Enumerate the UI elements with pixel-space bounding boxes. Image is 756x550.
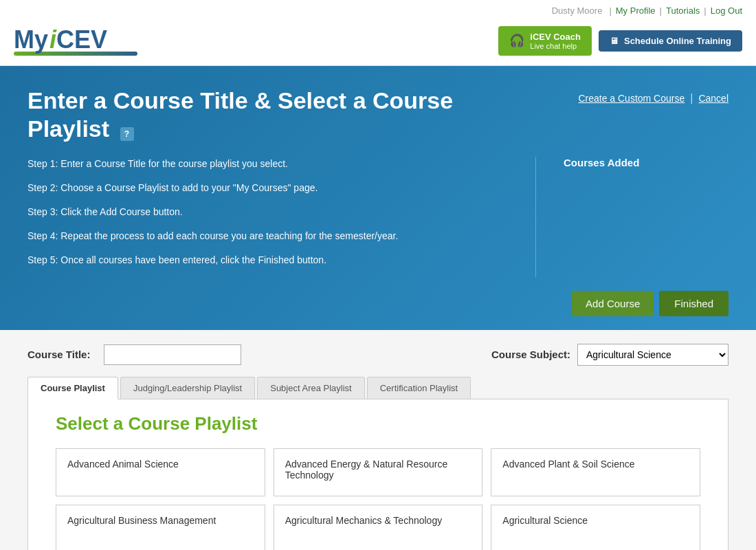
tabs: Course Playlist Judging/Leadership Playl… — [27, 377, 729, 399]
logo: My i CEV — [14, 25, 137, 56]
banner-actions: Add Course Finished — [27, 291, 729, 316]
cancel-link[interactable]: Cancel — [698, 93, 729, 104]
tutorials-link[interactable]: Tutorials — [666, 6, 700, 16]
course-title-input[interactable] — [104, 344, 241, 365]
step4: Step 4: Repeat the process to add each c… — [27, 229, 508, 243]
banner-header: Enter a Course Title & Select a Course P… — [27, 87, 729, 143]
header-top-nav: Dusty Moore | My Profile | Tutorials | L… — [14, 0, 742, 19]
playlist-area: Select a Course Playlist Advanced Animal… — [27, 399, 729, 550]
courses-added-title: Courses Added — [564, 157, 729, 168]
playlist-section-title: Select a Course Playlist — [56, 413, 700, 434]
tab-judging-leadership[interactable]: Judging/Leadership Playlist — [120, 377, 255, 399]
help-icon[interactable]: ? — [120, 127, 134, 141]
logo-cev: CEV — [56, 25, 107, 54]
schedule-training-button[interactable]: 🖥 Schedule Online Training — [599, 30, 742, 52]
separator2: | — [660, 6, 662, 16]
step1: Step 1: Enter a Course Title for the cou… — [27, 157, 508, 171]
logout-link[interactable]: Log Out — [711, 6, 742, 16]
separator3: | — [704, 6, 706, 16]
finished-button[interactable]: Finished — [659, 291, 729, 316]
logo-my: My — [14, 25, 48, 54]
step5: Step 5: Once all courses have been enter… — [27, 253, 508, 267]
banner: Enter a Course Title & Select a Course P… — [0, 66, 756, 330]
course-subject-label: Course Subject: — [491, 349, 570, 360]
banner-divider — [535, 157, 536, 277]
form-row: Course Title: Course Subject: Agricultur… — [27, 344, 729, 366]
course-subject-select[interactable]: Agricultural Science Business Career Dev… — [577, 344, 729, 366]
list-item[interactable]: Advanced Plant & Soil Science — [491, 448, 700, 496]
list-item[interactable]: Agricultural Business Management — [56, 505, 265, 550]
banner-courses: Courses Added — [564, 157, 729, 277]
schedule-label: Schedule Online Training — [624, 36, 731, 46]
add-course-button[interactable]: Add Course — [572, 291, 654, 316]
list-item[interactable]: Agricultural Science — [491, 505, 700, 550]
course-grid: Advanced Animal Science Advanced Energy … — [56, 448, 700, 550]
my-profile-link[interactable]: My Profile — [616, 6, 656, 16]
banner-links: Create a Custom Course | Cancel — [578, 92, 729, 104]
step3: Step 3: Click the Add Course button. — [27, 205, 508, 219]
banner-steps: Step 1: Enter a Course Title for the cou… — [27, 157, 508, 277]
list-item[interactable]: Agricultural Mechanics & Technology — [274, 505, 483, 550]
header: Dusty Moore | My Profile | Tutorials | L… — [0, 0, 756, 66]
form-subject: Course Subject: Agricultural Science Bus… — [491, 344, 729, 366]
course-title-label: Course Title: — [27, 349, 90, 360]
create-custom-course-link[interactable]: Create a Custom Course — [578, 93, 685, 104]
tab-subject-area[interactable]: Subject Area Playlist — [257, 377, 365, 399]
tab-certification[interactable]: Certification Playlist — [367, 377, 471, 399]
logo-i: i — [49, 25, 56, 54]
step2: Step 2: Choose a Course Playlist to add … — [27, 181, 508, 195]
form-area: Course Title: Course Subject: Agricultur… — [0, 330, 756, 550]
coach-button-title: iCEV Coach — [530, 32, 581, 42]
user-name: Dusty Moore — [552, 6, 603, 16]
schedule-icon: 🖥 — [610, 36, 619, 46]
list-item[interactable]: Advanced Animal Science — [56, 448, 265, 496]
banner-title: Enter a Course Title & Select a Course P… — [27, 87, 509, 143]
list-item[interactable]: Advanced Energy & Natural Resource Techn… — [274, 448, 483, 496]
separator1: | — [609, 6, 611, 16]
header-buttons: 🎧 iCEV Coach Live chat help 🖥 Schedule O… — [498, 26, 742, 56]
header-main: My i CEV 🎧 iCEV Coach Live chat help 🖥 S… — [14, 19, 742, 65]
tab-course-playlist[interactable]: Course Playlist — [27, 377, 118, 399]
banner-content: Step 1: Enter a Course Title for the cou… — [27, 157, 729, 277]
link-separator: | — [690, 92, 693, 104]
coach-button-sub: Live chat help — [530, 42, 581, 50]
coach-icon: 🎧 — [509, 33, 524, 48]
icev-coach-button[interactable]: 🎧 iCEV Coach Live chat help — [498, 26, 592, 56]
